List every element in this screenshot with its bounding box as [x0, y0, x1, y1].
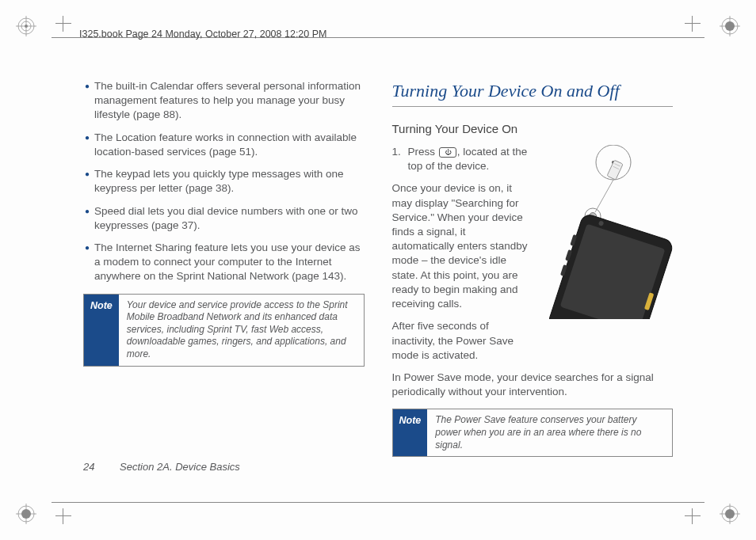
crop-rule-bottom [52, 502, 704, 503]
device-illustration [538, 145, 673, 319]
registration-mark-br [720, 504, 740, 524]
list-item: ●The Location feature works in connectio… [83, 131, 365, 159]
list-item: ●The keypad lets you quickly type messag… [83, 167, 365, 196]
subsection-title: Turning Your Device On [392, 121, 674, 137]
svg-line-22 [595, 180, 613, 212]
paragraph: After five seconds of inactivity, the Po… [392, 319, 529, 363]
list-item: ●The built-in Calendar offers several pe… [83, 79, 365, 123]
step-text-pre: Press [408, 146, 438, 158]
bullet-icon: ● [83, 131, 94, 159]
list-item-text: The keypad lets you quickly type message… [94, 167, 365, 196]
power-key-icon: ⏻ [439, 147, 456, 158]
bullet-icon: ● [83, 79, 94, 123]
list-item-text: The Internet Sharing feature lets you us… [94, 241, 365, 284]
crop-cross-tr [685, 16, 701, 32]
list-item: ●The Internet Sharing feature lets you u… [83, 241, 365, 284]
paragraph: Once your device is on, it may display "… [392, 181, 529, 311]
list-item-text: The Location feature works in connection… [94, 131, 365, 159]
note-box: Note Your device and service provide acc… [83, 294, 365, 367]
step-text: Press ⏻, located at the top of the devic… [408, 145, 529, 173]
note-label: Note [393, 409, 428, 456]
section-title: Turning Your Device On and Off [392, 79, 674, 107]
crop-cross-br [685, 508, 701, 524]
page-number: 24 [83, 461, 94, 473]
page-body: ●The built-in Calendar offers several pe… [83, 79, 673, 461]
bullet-icon: ● [83, 167, 94, 196]
page-header: I325.book Page 24 Monday, October 27, 20… [79, 29, 326, 40]
numbered-step: 1. Press ⏻, located at the top of the de… [392, 145, 529, 173]
note-label: Note [84, 295, 119, 366]
note-box: Note The Power Save feature conserves yo… [392, 409, 674, 457]
bullet-icon: ● [83, 204, 94, 233]
left-column: ●The built-in Calendar offers several pe… [83, 79, 368, 461]
page-footer: 24 Section 2A. Device Basics [83, 461, 240, 473]
registration-mark-tl [16, 16, 36, 36]
crop-cross-bl [55, 508, 71, 524]
bullet-icon: ● [83, 241, 94, 284]
list-item-text: Speed dial lets you dial device numbers … [94, 204, 365, 233]
step-number: 1. [392, 145, 408, 173]
list-item-text: The built-in Calendar offers several per… [94, 79, 365, 123]
svg-rect-19 [607, 160, 623, 180]
section-name: Section 2A. Device Basics [120, 461, 240, 473]
registration-mark-tr [720, 16, 740, 36]
right-column: Turning Your Device On and Off Turning Y… [392, 79, 674, 461]
registration-mark-bl [16, 504, 36, 524]
paragraph: In Power Save mode, your device searches… [392, 371, 674, 399]
note-body: The Power Save feature conserves your ba… [427, 409, 672, 456]
crop-cross-tl [55, 16, 71, 32]
note-body: Your device and service provide access t… [119, 295, 364, 366]
list-item: ●Speed dial lets you dial device numbers… [83, 204, 365, 233]
